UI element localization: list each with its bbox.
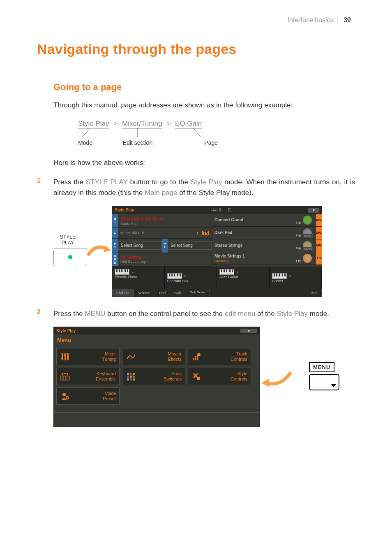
sound-lo[interactable]: Movie Strings 1 bbox=[214, 254, 245, 258]
sliders-icon bbox=[60, 352, 70, 362]
svg-point-12 bbox=[197, 353, 201, 356]
pads-icon bbox=[126, 371, 136, 381]
select-song-2[interactable]: Select Song bbox=[168, 241, 212, 250]
st-badge: ST bbox=[112, 214, 118, 227]
menu-master-effects[interactable]: MasterEffects bbox=[122, 348, 185, 365]
step2-text: Press the MENU button on the control pan… bbox=[53, 309, 355, 319]
tempo-value[interactable]: 75 bbox=[202, 231, 209, 235]
sound-up3[interactable]: Stereo Strings bbox=[214, 243, 242, 248]
svg-point-31 bbox=[62, 393, 66, 396]
svg-rect-25 bbox=[130, 376, 132, 378]
svg-line-2 bbox=[193, 128, 201, 137]
menu-mixer-tuning[interactable]: MixerTuning bbox=[56, 348, 120, 365]
legend-mode: Mode bbox=[78, 139, 107, 146]
dropdown-icon[interactable]: ▾ bbox=[308, 208, 319, 213]
bc-mode: Style Play bbox=[78, 120, 109, 129]
screenshot-menu: Style Play ▾ Menu MixerTuning MasterEffe… bbox=[53, 327, 355, 427]
edit-menu-screen: Style Play ▾ Menu MixerTuning MasterEffe… bbox=[53, 327, 260, 427]
breadcrumb-diagram: Style Play > Mixer/Tuning > EQ Gain Mode… bbox=[78, 120, 355, 146]
svg-line-0 bbox=[82, 128, 90, 137]
svg-rect-29 bbox=[133, 378, 135, 381]
svg-point-30 bbox=[197, 377, 200, 380]
screen2-title: Style Play bbox=[56, 329, 76, 333]
menu-hw-label: MENU bbox=[309, 362, 334, 372]
page-number: 39 bbox=[344, 16, 351, 23]
legend-edit: Edit section bbox=[107, 139, 168, 146]
svg-rect-21 bbox=[127, 373, 129, 375]
svg-rect-8 bbox=[67, 356, 69, 357]
menu-voice-preset[interactable]: VoicePreset bbox=[56, 388, 120, 405]
svg-rect-10 bbox=[195, 356, 196, 360]
kbd-set-name[interactable]: My Setting bbox=[120, 255, 146, 260]
svg-rect-27 bbox=[127, 378, 129, 381]
effects-icon bbox=[126, 352, 136, 362]
sound-up2[interactable]: Dark Pad bbox=[214, 230, 232, 235]
bc-edit: Mixer/Tuning bbox=[122, 120, 162, 129]
arrow-icon bbox=[87, 243, 112, 260]
menu-keyboard-ensemble[interactable]: KeyboardEnsemble bbox=[56, 368, 120, 385]
svg-rect-28 bbox=[130, 378, 132, 381]
kbd-slot-2[interactable]: 2Soprano Sax bbox=[165, 267, 217, 289]
step-number: 1 bbox=[37, 177, 53, 184]
svg-rect-23 bbox=[133, 373, 135, 375]
menu-style-controls[interactable]: StyleControls bbox=[188, 368, 251, 385]
dropdown-icon[interactable]: ▾ bbox=[240, 329, 257, 333]
svg-point-18 bbox=[62, 373, 63, 375]
svg-point-19 bbox=[64, 373, 66, 374]
kbd-slot-4[interactable]: 4Cornet bbox=[270, 267, 322, 289]
svg-rect-9 bbox=[193, 358, 194, 360]
kbd-slot-3[interactable]: 3Jazz Guitar bbox=[217, 267, 270, 289]
svg-rect-22 bbox=[130, 373, 132, 375]
step1-text: Press the STYLE PLAY button to go to the… bbox=[53, 177, 355, 199]
svg-rect-3 bbox=[62, 353, 63, 360]
svg-point-32 bbox=[66, 397, 69, 399]
screenshot-style-play: STYLE PLAY Style Play ♭/#: 0 C ▾ ST Stan… bbox=[53, 206, 355, 297]
menu-track-controls[interactable]: TrackControls bbox=[188, 348, 251, 365]
menu-hw-button[interactable] bbox=[309, 374, 339, 390]
sound-up1[interactable]: Concert Grand bbox=[214, 218, 243, 222]
tab-pad[interactable]: Pad bbox=[155, 289, 170, 297]
section-heading: Going to a page bbox=[53, 82, 355, 93]
svg-rect-24 bbox=[127, 376, 129, 378]
running-head: Interface basics |39 bbox=[288, 16, 351, 24]
svg-rect-13 bbox=[60, 376, 69, 380]
tab-split[interactable]: Split bbox=[170, 289, 186, 297]
guitar-icon bbox=[303, 254, 312, 263]
arrow-icon bbox=[260, 371, 293, 383]
svg-rect-4 bbox=[65, 353, 66, 360]
svg-rect-7 bbox=[64, 355, 66, 356]
tab-kbdset[interactable]: Kbd Set bbox=[112, 289, 134, 297]
style-ctrl-icon bbox=[191, 371, 201, 381]
svg-rect-6 bbox=[61, 358, 63, 359]
tab-volume[interactable]: Volume bbox=[134, 289, 155, 297]
select-song-1[interactable]: Select Song bbox=[118, 241, 162, 250]
style-play-screen: Style Play ♭/#: 0 C ▾ ST Standard 16 Bea… bbox=[112, 206, 322, 297]
menu-pads-switches[interactable]: PadsSwitches bbox=[122, 368, 185, 385]
step-number: 2 bbox=[37, 309, 53, 316]
here-text: Here is how the above works: bbox=[53, 158, 355, 168]
menu-label: Menu bbox=[54, 334, 259, 346]
hw-button-label: STYLE PLAY bbox=[53, 234, 82, 246]
tab-mic[interactable]: Mic bbox=[307, 289, 322, 297]
voice-icon bbox=[60, 391, 70, 401]
style-play-hw-button[interactable] bbox=[53, 248, 87, 266]
kbd-slot-1[interactable]: 1Electric Piano bbox=[112, 267, 165, 289]
screen-title: Style Play bbox=[115, 208, 134, 212]
legend-page: Page bbox=[168, 139, 218, 146]
tab-subscale[interactable]: Sub Scale bbox=[186, 289, 210, 297]
track-icon bbox=[191, 352, 201, 362]
piano-icon bbox=[303, 216, 312, 225]
style-name[interactable]: Standard 16 Beat bbox=[120, 216, 164, 222]
keyboard-icon bbox=[60, 371, 70, 381]
page-title: Navigating through the pages bbox=[37, 41, 355, 57]
intro-text: Through this manual, page addresses are … bbox=[53, 100, 355, 111]
bc-page: EQ Gain bbox=[175, 120, 202, 129]
svg-point-20 bbox=[67, 373, 68, 375]
section-name: Interface basics bbox=[288, 16, 334, 23]
svg-rect-26 bbox=[133, 376, 135, 378]
